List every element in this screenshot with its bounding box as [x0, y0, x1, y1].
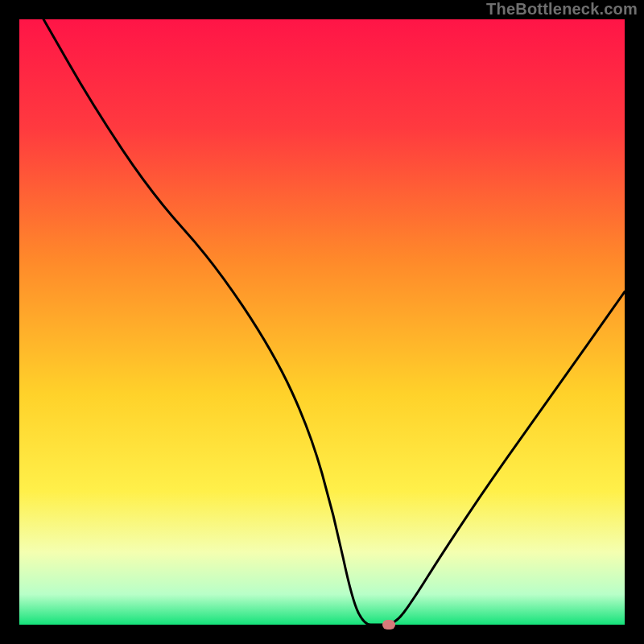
chart-marker — [382, 620, 395, 630]
chart-area — [19, 19, 625, 625]
attribution-text: TheBottleneck.com — [486, 0, 638, 19]
chart-curve — [19, 19, 625, 625]
